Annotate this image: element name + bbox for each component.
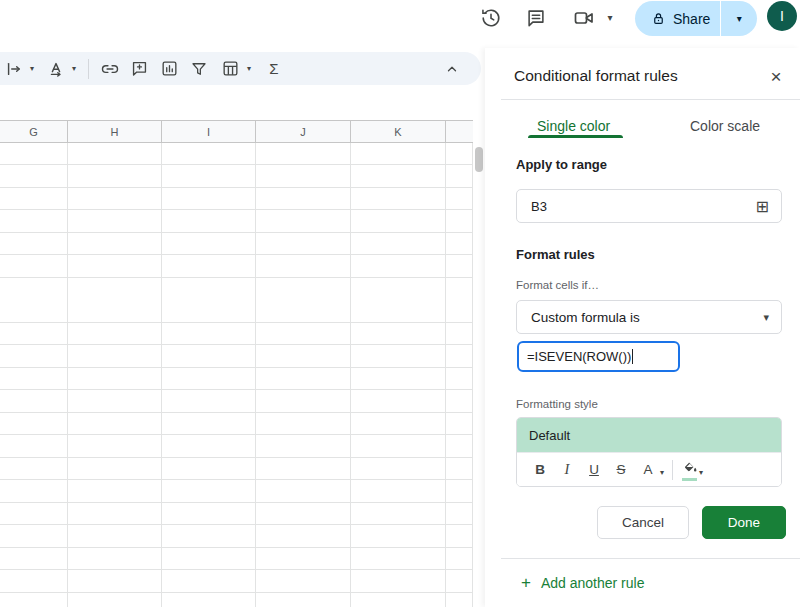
grid-vline	[255, 143, 256, 607]
tab-single-color[interactable]: Single color	[537, 118, 610, 134]
range-input[interactable]: B3 ⊞	[516, 189, 782, 223]
grid-vline	[67, 143, 68, 607]
lock-icon	[651, 11, 666, 26]
functions-icon[interactable]: Σ	[260, 56, 288, 82]
avatar-letter: I	[780, 8, 784, 24]
formula-value: =ISEVEN(ROW())	[527, 349, 631, 364]
custom-formula-input[interactable]: =ISEVEN(ROW())	[517, 341, 680, 372]
close-icon[interactable]: ×	[764, 65, 788, 89]
column-headers: G H I J K	[0, 120, 473, 143]
video-call-icon[interactable]	[571, 5, 597, 31]
insert-link-icon[interactable]	[96, 56, 124, 82]
insert-comment-icon[interactable]	[124, 56, 154, 82]
vertical-scrollbar[interactable]	[475, 147, 483, 172]
table-views-caret-icon[interactable]: ▾	[242, 56, 256, 82]
done-button[interactable]: Done	[702, 506, 786, 539]
style-preview: Default	[517, 418, 781, 452]
cancel-button[interactable]: Cancel	[597, 506, 689, 539]
style-toolbar-divider	[672, 460, 673, 480]
text-rotation-caret-icon[interactable]: ▾	[67, 56, 81, 82]
share-button[interactable]: Share	[635, 1, 720, 36]
column-header-j[interactable]: J	[256, 121, 351, 142]
conditional-format-panel: Conditional format rules × Single color …	[485, 48, 800, 607]
column-header-g[interactable]: G	[0, 121, 68, 142]
version-history-icon[interactable]	[478, 5, 504, 31]
grid-vline	[161, 143, 162, 607]
add-another-rule-button[interactable]: + Add another rule	[521, 574, 644, 591]
toolbar-divider	[88, 59, 89, 79]
column-header-k[interactable]: K	[351, 121, 446, 142]
app-bar: ▾ Share ▾ I	[0, 0, 800, 48]
grid-vline	[472, 143, 473, 607]
underline-button[interactable]: U	[583, 458, 605, 482]
panel-divider	[501, 99, 800, 100]
text-color-caret-icon[interactable]: ▾	[660, 468, 664, 477]
fill-color-button[interactable]	[681, 458, 699, 482]
apply-to-range-label: Apply to range	[516, 157, 607, 172]
formatting-style-label: Formatting style	[516, 398, 598, 410]
fill-color-swatch	[682, 478, 697, 481]
style-toolbar: B I U S A ▾ ▾	[517, 452, 781, 486]
grid-cells[interactable]	[0, 143, 473, 607]
create-filter-icon[interactable]	[184, 56, 214, 82]
bold-button[interactable]: B	[529, 458, 551, 482]
sheets-app: ▾ Share ▾ I	[0, 0, 800, 607]
share-caret-button[interactable]: ▾	[721, 14, 757, 24]
fill-color-caret-icon[interactable]: ▾	[699, 468, 703, 477]
plus-icon: +	[521, 574, 531, 591]
table-views-icon[interactable]	[218, 56, 242, 82]
account-avatar[interactable]: I	[767, 1, 797, 31]
format-rules-heading: Format rules	[516, 247, 595, 262]
column-header-h[interactable]: H	[68, 121, 162, 142]
grid-vline	[350, 143, 351, 607]
formatting-style-box: Default B I U S A ▾ ▾	[516, 417, 782, 487]
video-call-caret-icon[interactable]: ▾	[602, 5, 618, 31]
collapse-toolbar-icon[interactable]	[439, 56, 465, 82]
grid-vline	[445, 143, 446, 607]
format-cells-if-label: Format cells if…	[516, 279, 599, 291]
italic-button[interactable]: I	[556, 458, 578, 482]
share-label: Share	[673, 11, 710, 27]
text-rotation-icon[interactable]	[45, 56, 67, 82]
select-data-range-icon[interactable]: ⊞	[756, 197, 769, 216]
condition-dropdown[interactable]: Custom formula is ▾	[516, 300, 782, 334]
toolbar: ▾ ▾	[0, 52, 481, 85]
comment-history-icon[interactable]	[523, 5, 549, 31]
add-rule-label: Add another rule	[541, 575, 645, 591]
paint-bucket-icon	[683, 460, 698, 475]
condition-value: Custom formula is	[531, 310, 763, 325]
text-cursor	[632, 349, 633, 364]
dropdown-caret-icon: ▾	[763, 312, 769, 323]
range-value: B3	[531, 199, 756, 214]
column-header-i[interactable]: I	[162, 121, 256, 142]
panel-divider-bottom	[501, 558, 800, 559]
active-tab-underline	[528, 135, 623, 138]
share-button-group: Share ▾	[635, 1, 757, 36]
spreadsheet-grid: G H I J K	[0, 120, 473, 607]
text-color-button[interactable]: A	[637, 458, 659, 482]
text-wrapping-icon[interactable]	[3, 56, 25, 82]
strikethrough-button[interactable]: S	[610, 458, 632, 482]
tab-color-scale[interactable]: Color scale	[690, 118, 760, 134]
text-wrapping-caret-icon[interactable]: ▾	[25, 56, 39, 82]
column-header-partial[interactable]	[446, 121, 473, 142]
insert-chart-icon[interactable]	[154, 56, 184, 82]
panel-title: Conditional format rules	[514, 67, 678, 85]
